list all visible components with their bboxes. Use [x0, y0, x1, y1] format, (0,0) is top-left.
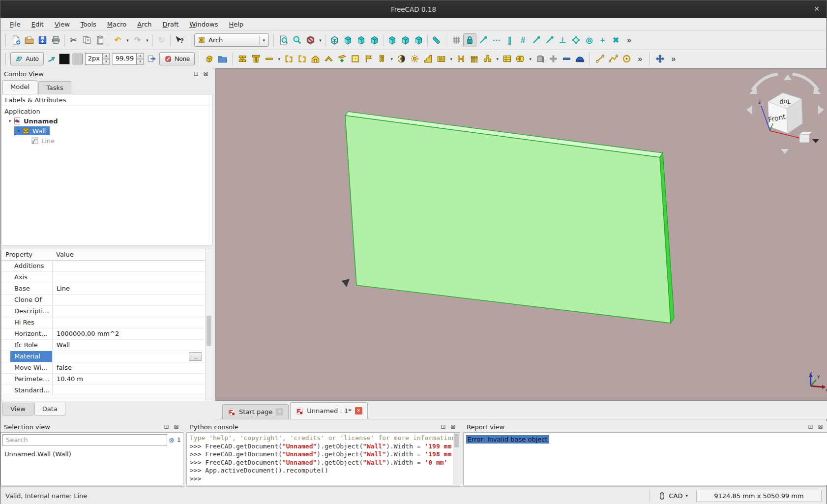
arch-pipe-tools-button[interactable] [375, 52, 388, 66]
line-color-swatch[interactable] [59, 54, 70, 64]
scrollbar-thumb[interactable] [454, 434, 459, 447]
arch-axis-button[interactable] [282, 52, 295, 66]
tree-row-document[interactable]: ▾ Unnamed [1, 116, 212, 126]
close-icon[interactable]: ⊠ [449, 423, 457, 431]
navigation-style-button[interactable]: CAD ▾ [654, 490, 692, 502]
arch-point-tools-button[interactable] [481, 52, 494, 66]
arch-space-button[interactable] [408, 52, 421, 66]
snap-extension-button[interactable] [530, 33, 543, 47]
navcube-mini-cube-icon[interactable] [799, 132, 812, 143]
workbench-selector[interactable]: Arch▾ [194, 33, 269, 47]
text-scale-increment[interactable]: ▲ [137, 53, 144, 59]
snap-midpoint-button[interactable]: ⋯ [490, 33, 503, 47]
navigation-cube[interactable]: Top Front z [746, 74, 824, 154]
scrollbar-thumb[interactable] [207, 316, 211, 346]
navcube-arrow-up-icon[interactable] [784, 74, 792, 80]
toolbar-handle[interactable] [199, 53, 200, 65]
tree-row-line[interactable]: Line [1, 136, 212, 146]
document-tab-start-page[interactable]: Start page✕ [222, 404, 289, 419]
draft-wire-button[interactable] [607, 52, 620, 66]
menu-draft[interactable]: Draft [157, 19, 184, 30]
paste-button[interactable] [93, 33, 107, 47]
snap-endpoint-button[interactable] [476, 33, 490, 47]
copy-button[interactable] [80, 33, 93, 47]
arch-panel-button[interactable] [335, 52, 349, 66]
draft-move-button[interactable] [653, 52, 667, 66]
arch-structure-button[interactable] [249, 52, 263, 66]
arch-point-tools-dropdown[interactable]: ▾ [494, 52, 501, 66]
arch-window-button[interactable] [349, 52, 362, 66]
report-error-message[interactable]: Error: Invalid base object [466, 435, 549, 444]
material-ellipsis-button[interactable]: ... [189, 352, 202, 361]
arch-rebar-tools-button[interactable] [263, 52, 276, 66]
titlebar[interactable]: FreeCAD 0.18 ✕ [0, 0, 827, 18]
snap-ortho-button[interactable]: ✖ [609, 33, 622, 47]
view-rear-button[interactable] [385, 33, 399, 47]
property-row-hires[interactable]: Hi Res [1, 317, 212, 328]
measure-distance-button[interactable] [430, 33, 443, 47]
arch-pipe-button[interactable] [514, 52, 527, 66]
redo-button[interactable]: ↷ [131, 33, 144, 47]
arch-reference-button[interactable] [362, 52, 375, 66]
arch-pipe-tools-dropdown[interactable]: ▾ [388, 52, 395, 66]
close-icon[interactable]: ⊠ [817, 423, 824, 431]
arch-pipe-dropdown[interactable]: ▾ [527, 52, 533, 66]
print-button[interactable] [49, 33, 62, 47]
property-row-additions[interactable]: Additions [1, 261, 212, 272]
window-close-icon[interactable]: ✕ [814, 5, 820, 13]
arch-add-component-button[interactable] [547, 52, 560, 66]
float-icon[interactable]: ⊡ [440, 423, 447, 431]
property-row-axis[interactable]: Axis [1, 272, 212, 283]
arch-equipment-button[interactable] [533, 52, 547, 66]
view-isometric-button[interactable] [328, 33, 341, 47]
working-plane-auto-button[interactable]: Auto [10, 52, 44, 65]
arch-profile-button[interactable] [435, 52, 448, 66]
float-icon[interactable]: ⊡ [163, 423, 170, 431]
zoom-tool-button[interactable] [291, 33, 304, 47]
tab-model[interactable]: Model [2, 80, 37, 94]
arch-rebar-tools-dropdown[interactable]: ▾ [276, 52, 282, 66]
arch-building-button[interactable] [309, 52, 322, 66]
arch-fence-button[interactable] [468, 52, 481, 66]
arch-frame-button[interactable] [454, 52, 468, 66]
view-front-button[interactable] [341, 33, 354, 47]
view-right-button[interactable] [368, 33, 381, 47]
close-icon[interactable]: ⊠ [202, 70, 209, 78]
property-scrollbar[interactable] [205, 249, 212, 401]
undo-button[interactable]: ↶ [111, 33, 124, 47]
arch-roof-button[interactable] [322, 52, 335, 66]
arch-section-plane-button[interactable] [395, 52, 408, 66]
draft-toolbar-extension-button[interactable]: » [633, 52, 647, 66]
draft-line-button[interactable] [593, 52, 607, 66]
property-row-horizont[interactable]: Horizont…1000000.00 mm^2 [1, 328, 212, 340]
construction-mode-button[interactable] [45, 52, 58, 66]
snap-grid-button[interactable]: # [516, 33, 530, 47]
line-width-decrement[interactable]: ▼ [103, 59, 110, 65]
draw-style-dropdown[interactable]: ▾ [317, 33, 324, 47]
snap-parallel-button[interactable]: ∥ [503, 33, 516, 47]
apply-style-button[interactable] [145, 52, 158, 66]
tab-close-icon[interactable]: ✕ [355, 407, 362, 415]
tab-close-icon[interactable]: ✕ [276, 408, 283, 415]
arch-wall-button[interactable] [236, 52, 249, 66]
float-icon[interactable]: ⊡ [192, 70, 200, 78]
toggle-grid-button[interactable] [450, 33, 463, 47]
clear-search-icon[interactable]: ⊗ [169, 436, 175, 444]
modify-toolbar-extension-button[interactable]: » [667, 52, 680, 66]
wall-object[interactable] [345, 112, 674, 323]
tree-row-application[interactable]: Application [1, 106, 212, 116]
toolbar-handle[interactable] [590, 53, 591, 65]
property-row-descripti[interactable]: Descripti… [1, 306, 212, 317]
navcube-menu-icon[interactable] [812, 139, 819, 143]
snap-toolbar-extension-button[interactable]: » [622, 33, 636, 47]
panel-splitter[interactable] [0, 245, 213, 249]
tab-view[interactable]: View [2, 403, 33, 415]
close-icon[interactable]: ⊠ [173, 423, 180, 431]
property-row-movewi[interactable]: Move Wi…false [1, 362, 212, 374]
arch-survey-button[interactable] [573, 52, 587, 66]
arch-profile-dropdown[interactable]: ▾ [448, 52, 454, 66]
console-scrollbar[interactable] [453, 433, 460, 485]
draw-style-button[interactable] [304, 33, 317, 47]
float-icon[interactable]: ⊡ [807, 423, 814, 431]
document-tab-unnamed---1-[interactable]: Unnamed : 1*✕ [290, 402, 367, 419]
